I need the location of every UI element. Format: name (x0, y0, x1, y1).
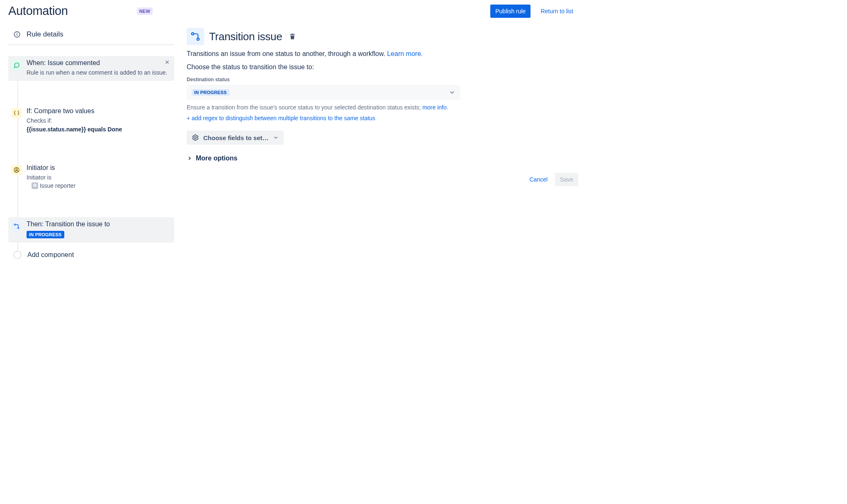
svg-point-11 (195, 137, 197, 139)
info-icon (13, 31, 21, 38)
action-title: Then: Transition the issue to (27, 220, 170, 228)
header-actions: Publish rule Return to list (490, 5, 578, 18)
svg-point-9 (192, 33, 194, 35)
main-title: Transition issue (209, 30, 282, 43)
action-status-lozenge: IN PROGRESS (27, 231, 64, 238)
chevron-down-icon (449, 89, 455, 96)
footer-actions: Cancel Save (187, 173, 578, 186)
svg-point-10 (197, 38, 199, 40)
choose-fields-dropdown[interactable]: Choose fields to set… (187, 131, 284, 145)
destination-status-select[interactable]: IN PROGRESS (187, 85, 460, 100)
comment-icon (12, 60, 22, 70)
rule-chain: When: Issue commented Rule is run when a… (8, 56, 174, 259)
condition2-prefix: Initiator is (27, 174, 51, 181)
trigger-card[interactable]: When: Issue commented Rule is run when a… (8, 56, 174, 81)
page-title: Automation (8, 4, 68, 18)
main-panel: Transition issue Transitions an issue fr… (187, 26, 578, 259)
destination-status-label: Destination status (187, 77, 578, 82)
add-circle-icon (13, 251, 22, 259)
avatar-icon (32, 182, 38, 189)
destination-helper-text: Ensure a transition from the issue's sou… (187, 104, 578, 111)
add-component-label: Add component (27, 251, 74, 259)
svg-point-6 (16, 169, 17, 170)
remove-trigger-button[interactable] (164, 59, 170, 65)
condition-compare-card[interactable]: If: Compare two values Checks if: {{issu… (8, 104, 174, 138)
add-component-button[interactable]: Add component (8, 251, 174, 259)
gear-icon (192, 134, 199, 141)
chevron-down-icon (273, 135, 279, 141)
learn-more-link[interactable]: Learn more. (387, 50, 423, 57)
add-regex-link[interactable]: + add regex to distinguish between multi… (187, 115, 375, 121)
braces-icon (12, 108, 22, 118)
more-info-link[interactable]: more info (422, 104, 446, 111)
choose-status-label: Choose the status to transition the issu… (187, 63, 578, 71)
rule-sidebar: Rule details When: Issue commented Rule … (8, 26, 174, 259)
transition-icon (12, 221, 22, 231)
condition1-title: If: Compare two values (27, 107, 170, 115)
choose-fields-label: Choose fields to set… (203, 134, 269, 141)
helper-text-pre: Ensure a transition from the issue's sou… (187, 104, 422, 111)
action-transition-card[interactable]: Then: Transition the issue to IN PROGRES… (8, 217, 174, 242)
trigger-desc: Rule is run when a new comment is added … (27, 68, 170, 77)
person-circle-icon (12, 165, 22, 175)
transition-large-icon (187, 28, 204, 45)
condition2-desc: Initiator is Issue reporter (27, 173, 170, 190)
destination-status-value: IN PROGRESS (192, 89, 229, 96)
condition1-desc: Checks if: {{issue.status.name}} equals … (27, 116, 170, 133)
new-badge: NEW (137, 7, 153, 15)
return-to-list-button[interactable]: Return to list (535, 5, 578, 18)
cancel-button[interactable]: Cancel (524, 173, 552, 186)
condition-initiator-card[interactable]: Initiator is Initiator is Issue reporter (8, 161, 174, 194)
header: Automation NEW Publish rule Return to li… (8, 4, 578, 18)
main-description: Transitions an issue from one status to … (187, 50, 578, 58)
condition1-prefix: Checks if: (27, 117, 52, 124)
header-left: Automation NEW (8, 4, 153, 18)
save-button[interactable]: Save (555, 173, 578, 186)
main-header: Transition issue (187, 28, 578, 45)
svg-point-2 (17, 33, 17, 34)
delete-action-button[interactable] (287, 31, 298, 42)
chevron-right-icon (187, 155, 192, 161)
main-desc-text: Transitions an issue from one status to … (187, 50, 387, 57)
condition1-expression: {{issue.status.name}} equals Done (27, 126, 122, 133)
more-options-label: More options (196, 155, 237, 162)
rule-details-label: Rule details (27, 30, 63, 39)
condition2-value: Issue reporter (40, 182, 75, 189)
svg-point-8 (17, 228, 19, 229)
svg-point-7 (14, 224, 15, 225)
publish-rule-button[interactable]: Publish rule (490, 5, 531, 18)
more-options-toggle[interactable]: More options (187, 155, 578, 162)
rule-details-item[interactable]: Rule details (8, 26, 174, 45)
trigger-title: When: Issue commented (27, 59, 170, 67)
condition2-title: Initiator is (27, 164, 170, 172)
